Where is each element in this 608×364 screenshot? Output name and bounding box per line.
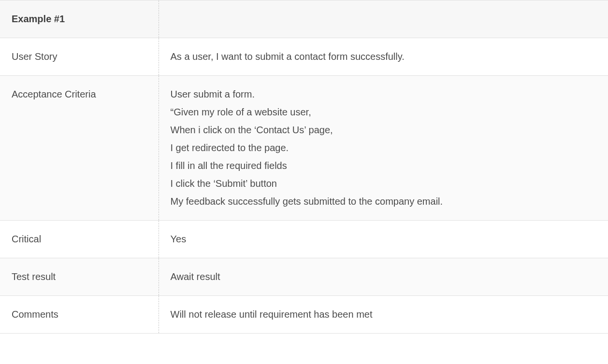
row-comments: Comments Will not release until requirem… (0, 296, 608, 334)
ac-line: I fill in all the required fields (171, 157, 597, 175)
row-acceptance-criteria: Acceptance Criteria User submit a form. … (0, 76, 608, 221)
ac-line: User submit a form. (171, 85, 597, 103)
row-comments-value: Will not release until requirement has b… (159, 296, 608, 334)
row-comments-label: Comments (0, 296, 159, 334)
row-acceptance-criteria-value: User submit a form. “Given my role of a … (159, 76, 608, 221)
row-acceptance-criteria-label: Acceptance Criteria (0, 76, 159, 221)
ac-line: My feedback successfully gets submitted … (171, 193, 597, 210)
row-user-story-value: As a user, I want to submit a contact fo… (159, 38, 608, 76)
row-user-story: User Story As a user, I want to submit a… (0, 38, 608, 76)
ac-line: “Given my role of a website user, (171, 103, 597, 121)
ac-line: When i click on the ‘Contact Us’ page, (171, 121, 597, 139)
row-critical: Critical Yes (0, 221, 608, 258)
row-test-result-label: Test result (0, 258, 159, 296)
row-critical-label: Critical (0, 221, 159, 258)
ac-line: I get redirected to the page. (171, 139, 597, 157)
table-header-right (159, 0, 608, 38)
row-user-story-label: User Story (0, 38, 159, 76)
example-table: Example #1 User Story As a user, I want … (0, 0, 608, 334)
table-header-row: Example #1 (0, 0, 608, 38)
table-header-title: Example #1 (0, 0, 159, 38)
ac-line: I click the ‘Submit’ button (171, 175, 597, 193)
row-test-result-value: Await result (159, 258, 608, 296)
row-critical-value: Yes (159, 221, 608, 258)
row-test-result: Test result Await result (0, 258, 608, 296)
